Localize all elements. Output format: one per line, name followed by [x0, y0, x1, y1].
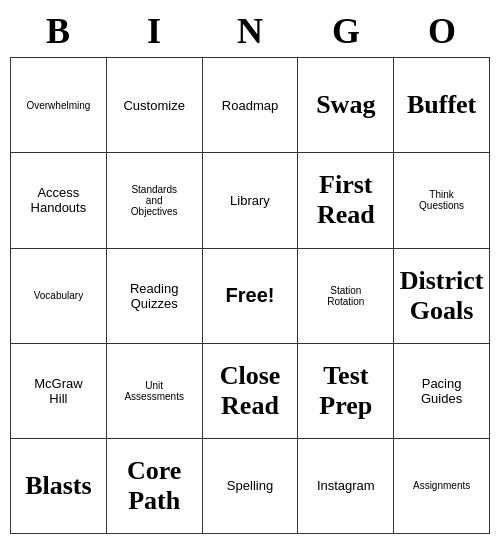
cell-r1-c3: FirstRead: [298, 153, 394, 248]
cell-r1-c4: ThinkQuestions: [394, 153, 490, 248]
cell-r4-c3: Instagram: [298, 438, 394, 533]
header-letter-i: I: [106, 10, 202, 53]
cell-r0-c3: Swag: [298, 58, 394, 153]
cell-r0-c4: Buffet: [394, 58, 490, 153]
cell-r0-c0: Overwhelming: [11, 58, 107, 153]
cell-r2-c0: Vocabulary: [11, 248, 107, 343]
cell-r4-c0: Blasts: [11, 438, 107, 533]
cell-r4-c4: Assignments: [394, 438, 490, 533]
cell-r3-c1: UnitAssessments: [106, 343, 202, 438]
cell-r1-c2: Library: [202, 153, 298, 248]
bingo-grid: OverwhelmingCustomizeRoadmapSwagBuffetAc…: [10, 57, 490, 534]
header-letter-g: G: [298, 10, 394, 53]
cell-r3-c3: TestPrep: [298, 343, 394, 438]
cell-r1-c0: AccessHandouts: [11, 153, 107, 248]
cell-r2-c3: StationRotation: [298, 248, 394, 343]
cell-r0-c1: Customize: [106, 58, 202, 153]
bingo-header: B I N G O: [10, 10, 490, 53]
cell-r4-c2: Spelling: [202, 438, 298, 533]
cell-r2-c1: ReadingQuizzes: [106, 248, 202, 343]
cell-r3-c0: McGrawHill: [11, 343, 107, 438]
cell-r2-c2: Free!: [202, 248, 298, 343]
cell-r0-c2: Roadmap: [202, 58, 298, 153]
cell-r3-c4: PacingGuides: [394, 343, 490, 438]
cell-r1-c1: StandardsandObjectives: [106, 153, 202, 248]
cell-r4-c1: CorePath: [106, 438, 202, 533]
header-letter-o: O: [394, 10, 490, 53]
header-letter-n: N: [202, 10, 298, 53]
cell-r2-c4: DistrictGoals: [394, 248, 490, 343]
header-letter-b: B: [10, 10, 106, 53]
cell-r3-c2: CloseRead: [202, 343, 298, 438]
